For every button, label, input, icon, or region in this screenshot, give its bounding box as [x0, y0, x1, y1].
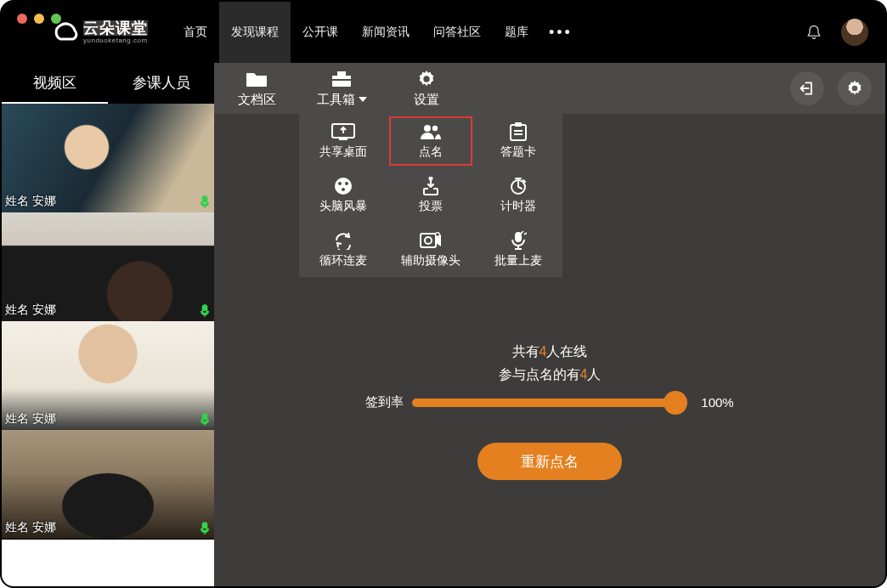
nav-qa-community[interactable]: 问答社区 [421, 2, 493, 63]
tool-roll-call[interactable]: 点名 [387, 114, 474, 168]
app-window: 云朵课堂 yunduoketang.com 首页 发现课程 公开课 新闻资讯 问… [0, 0, 887, 588]
maximize-window-button[interactable] [51, 14, 61, 24]
svg-point-8 [338, 182, 342, 185]
tab-settings[interactable]: 设置 [384, 63, 469, 114]
svg-point-7 [335, 178, 352, 195]
tab-toolbox[interactable]: 工具箱 [299, 63, 384, 114]
svg-point-16 [425, 237, 432, 244]
toolbox-dropdown: 共享桌面 点名 答题卡 头脑风暴 投票 [299, 114, 562, 277]
nav-open-courses[interactable]: 公开课 [291, 2, 350, 63]
user-avatar[interactable] [841, 19, 868, 46]
content-area: 视频区 参课人员 姓名 安娜 姓名 安娜 姓名 安娜 [2, 63, 885, 586]
brand-domain: yunduoketang.com [83, 37, 148, 44]
svg-rect-18 [515, 232, 522, 242]
tool-brainstorm[interactable]: 头脑风暴 [299, 168, 387, 223]
tool-vote[interactable]: 投票 [387, 168, 474, 223]
video-tile[interactable]: 姓名 安娜 [2, 321, 214, 430]
brand-name: 云朵课堂 [83, 20, 148, 36]
svg-point-3 [424, 125, 431, 132]
toolbox-icon [331, 70, 353, 88]
brainstorm-icon [334, 177, 353, 195]
rollcall-stats: 共有4人在线 参与点名的有4人 签到率 100% 重新点名 [214, 343, 885, 480]
vote-icon [422, 177, 439, 195]
svg-point-4 [432, 126, 438, 131]
chevron-down-icon [359, 97, 367, 102]
svg-rect-6 [515, 122, 522, 127]
tab-documents[interactable]: 文档区 [214, 63, 299, 114]
brand-logo[interactable]: 云朵课堂 yunduoketang.com [53, 20, 148, 44]
cloud-logo-icon [53, 20, 78, 44]
gear-icon [846, 80, 863, 97]
signin-rate-label: 签到率 [365, 394, 404, 410]
folder-icon [246, 70, 268, 88]
gear-icon [417, 70, 436, 88]
tab-participants[interactable]: 参课人员 [108, 63, 214, 104]
top-bar: 云朵课堂 yunduoketang.com 首页 发现课程 公开课 新闻资讯 问… [2, 2, 885, 63]
rollcall-count-line: 参与点名的有4人 [499, 366, 602, 384]
svg-rect-15 [421, 234, 436, 247]
mic-active-icon [199, 304, 211, 318]
main-panel: 文档区 工具箱 设置 [214, 63, 885, 586]
exit-icon [799, 80, 816, 97]
svg-rect-13 [428, 188, 433, 189]
nav-question-bank[interactable]: 题库 [493, 2, 540, 63]
answer-card-icon [510, 122, 527, 141]
mic-active-icon [199, 413, 211, 427]
loop-mic-icon [333, 231, 353, 250]
video-tile[interactable]: 姓名 安娜 [2, 104, 214, 212]
signin-rate-value: 100% [701, 395, 733, 410]
nav-news[interactable]: 新闻资讯 [350, 2, 421, 63]
mic-active-icon [199, 522, 211, 535]
tool-answer-card[interactable]: 答题卡 [475, 114, 562, 168]
empty-video-slot [2, 539, 214, 586]
video-tile[interactable]: 姓名 安娜 [2, 212, 214, 321]
progress-handle[interactable] [664, 391, 687, 415]
mic-active-icon [199, 195, 211, 209]
settings-button[interactable] [838, 71, 872, 105]
svg-point-11 [428, 177, 432, 181]
close-window-button[interactable] [17, 14, 27, 24]
main-tabs: 文档区 工具箱 设置 [214, 63, 885, 114]
video-tile[interactable]: 姓名 安娜 [2, 430, 214, 539]
notifications-icon[interactable] [805, 24, 822, 41]
svg-point-10 [342, 188, 345, 191]
video-list: 姓名 安娜 姓名 安娜 姓名 安娜 姓名 安娜 [2, 104, 214, 586]
tool-timer[interactable]: 计时器 [475, 168, 562, 223]
online-count-line: 共有4人在线 [512, 343, 588, 361]
timer-icon [509, 177, 528, 195]
signin-rate-row: 签到率 100% [365, 394, 733, 410]
camera-plus-icon [420, 231, 442, 250]
tool-share-screen[interactable]: 共享桌面 [299, 114, 387, 168]
sidebar: 视频区 参课人员 姓名 安娜 姓名 安娜 姓名 安娜 [2, 63, 214, 586]
minimize-window-button[interactable] [34, 14, 44, 24]
svg-rect-0 [332, 79, 351, 81]
share-screen-icon [331, 122, 355, 141]
top-nav: 首页 发现课程 公开课 新闻资讯 问答社区 题库 ••• [172, 2, 581, 63]
svg-rect-12 [424, 189, 438, 195]
batch-mic-icon [510, 231, 527, 250]
svg-point-9 [345, 182, 348, 185]
nav-discover-courses[interactable]: 发现课程 [219, 2, 291, 63]
window-controls [17, 14, 61, 24]
svg-rect-5 [511, 125, 526, 140]
people-icon [420, 122, 442, 141]
svg-rect-2 [339, 139, 347, 140]
signin-rate-bar [412, 399, 675, 407]
nav-more[interactable]: ••• [540, 2, 581, 63]
nav-home[interactable]: 首页 [172, 2, 219, 63]
tab-video-area[interactable]: 视频区 [2, 63, 108, 104]
redo-rollcall-button[interactable]: 重新点名 [477, 443, 622, 480]
exit-button[interactable] [790, 71, 824, 105]
tool-loop-mic[interactable]: 循环连麦 [299, 223, 387, 277]
tool-aux-camera[interactable]: 辅助摄像头 [387, 223, 474, 277]
tool-batch-mic[interactable]: 批量上麦 [475, 223, 562, 277]
